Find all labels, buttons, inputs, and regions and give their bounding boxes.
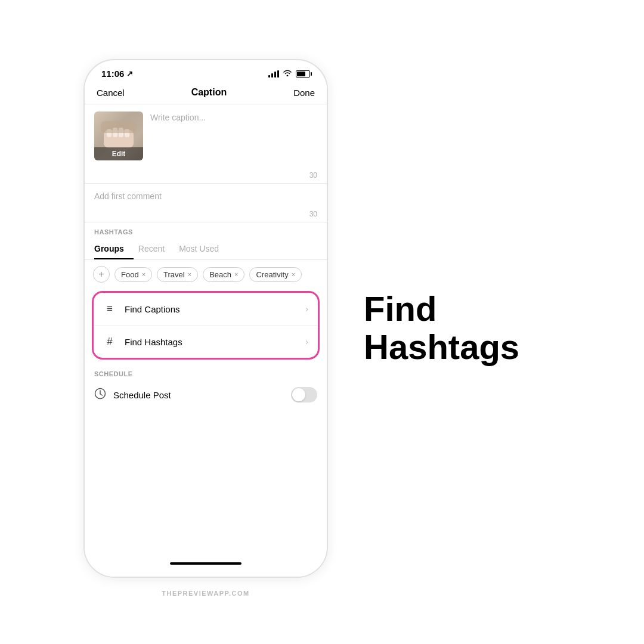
hashtag-tabs: Groups Recent Most Used (85, 239, 327, 260)
schedule-left: Schedule Post (94, 388, 171, 402)
signal-bar-4 (277, 70, 279, 78)
tag-chip-food-label: Food (121, 270, 139, 279)
plus-icon: + (98, 270, 104, 279)
arrow-icon: ↗ (126, 69, 133, 78)
page-wrapper: 11:06 ↗ (0, 0, 644, 644)
find-hashtags-chevron-icon: › (305, 337, 308, 346)
signal-bar-3 (274, 72, 276, 78)
find-captions-item[interactable]: ≡ Find Captions › (94, 293, 318, 325)
nav-bar: Cancel Caption Done (85, 82, 327, 104)
signal-bar-2 (271, 73, 273, 78)
status-icons (268, 69, 310, 78)
post-thumbnail[interactable]: Edit (94, 112, 143, 160)
schedule-toggle[interactable] (291, 387, 317, 402)
highlighted-menu-section: ≡ Find Captions › # Find Hashtags › (92, 291, 320, 360)
side-text-block: Find Hashtags (364, 290, 519, 366)
caption-input[interactable]: Write caption... (150, 112, 317, 163)
svg-line-8 (100, 394, 103, 395)
tag-chip-creativity-label: Creativity (256, 270, 288, 279)
phone-shell: 11:06 ↗ (83, 59, 328, 578)
app-content: Cancel Caption Done (85, 82, 327, 577)
find-hashtags-left: # Find Hashtags (103, 335, 182, 348)
tab-most-used[interactable]: Most Used (179, 239, 228, 259)
find-captions-label: Find Captions (125, 304, 180, 314)
captions-list-icon: ≡ (103, 302, 116, 315)
tag-chip-travel-close[interactable]: × (188, 271, 191, 278)
hashtag-icon: # (103, 335, 116, 348)
find-heading-line1: Find (364, 290, 519, 328)
tag-chips-row: + Food × Travel × Beach × (85, 260, 327, 289)
schedule-section: SCHEDULE Schedule Post (85, 364, 327, 414)
find-captions-chevron-icon: › (305, 304, 308, 314)
hashtags-section-label: HASHTAGS (85, 222, 327, 239)
branding-label: THEPREVIEWAPP.COM (162, 590, 250, 597)
phone-container: 11:06 ↗ (83, 59, 328, 597)
tag-chip-food[interactable]: Food × (114, 267, 152, 282)
comment-area[interactable]: Add first comment (85, 184, 327, 209)
tag-chip-travel-label: Travel (163, 270, 185, 279)
add-tag-button[interactable]: + (93, 266, 110, 283)
clock-icon (94, 388, 106, 402)
cancel-button[interactable]: Cancel (97, 88, 125, 98)
tag-chip-travel[interactable]: Travel × (157, 267, 198, 282)
schedule-section-label: SCHEDULE (85, 364, 327, 381)
signal-bars-icon (268, 70, 279, 78)
comment-char-count: 30 (85, 209, 327, 222)
tag-chip-beach-label: Beach (209, 270, 231, 279)
find-heading-line2: Hashtags (364, 328, 519, 366)
edit-label[interactable]: Edit (94, 147, 143, 160)
done-button[interactable]: Done (293, 88, 315, 98)
time-label: 11:06 (101, 69, 124, 79)
schedule-post-label: Schedule Post (113, 390, 171, 400)
battery-fill (297, 72, 305, 76)
comment-input[interactable]: Add first comment (94, 191, 162, 201)
nav-title: Caption (191, 87, 227, 98)
tab-groups[interactable]: Groups (94, 239, 134, 259)
find-hashtags-item[interactable]: # Find Hashtags › (94, 325, 318, 358)
svg-rect-5 (101, 121, 137, 133)
find-captions-left: ≡ Find Captions (103, 302, 180, 315)
caption-area: Edit Write caption... (85, 104, 327, 170)
toggle-knob (292, 388, 305, 401)
home-bar-line (170, 562, 242, 565)
find-hashtags-label: Find Hashtags (125, 337, 182, 347)
status-bar: 11:06 ↗ (85, 60, 327, 82)
home-bar (85, 553, 327, 577)
signal-bar-1 (268, 75, 270, 78)
schedule-row: Schedule Post (85, 381, 327, 408)
tag-chip-beach-close[interactable]: × (234, 271, 238, 278)
wifi-icon (283, 69, 292, 78)
tag-chip-beach[interactable]: Beach × (203, 267, 244, 282)
battery-icon (296, 70, 310, 78)
status-time: 11:06 ↗ (101, 69, 133, 79)
caption-char-count: 30 (85, 170, 327, 183)
tag-chip-food-close[interactable]: × (142, 271, 145, 278)
tag-chip-creativity[interactable]: Creativity × (249, 267, 302, 282)
tag-chip-creativity-close[interactable]: × (292, 271, 295, 278)
tab-recent[interactable]: Recent (138, 239, 174, 259)
hashtags-section: HASHTAGS Groups Recent Most Used + Food (85, 222, 327, 289)
